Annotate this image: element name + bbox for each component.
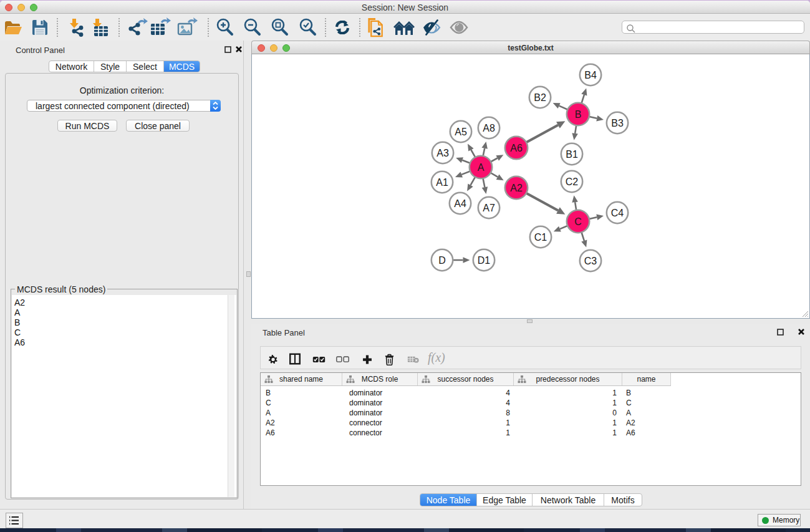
svg-text:C4: C4 xyxy=(611,208,624,218)
svg-text:A1: A1 xyxy=(436,177,448,188)
svg-text:C2: C2 xyxy=(566,177,579,187)
svg-text:B3: B3 xyxy=(611,118,624,128)
svg-text:D: D xyxy=(438,255,446,266)
svg-text:A7: A7 xyxy=(483,203,495,213)
svg-text:D1: D1 xyxy=(478,255,491,266)
svg-text:B2: B2 xyxy=(534,92,546,103)
svg-text:A5: A5 xyxy=(455,127,467,137)
svg-text:A: A xyxy=(478,162,485,173)
svg-text:A8: A8 xyxy=(483,123,495,133)
svg-text:A3: A3 xyxy=(436,148,449,158)
svg-text:A4: A4 xyxy=(454,198,466,209)
svg-text:A6: A6 xyxy=(510,143,523,153)
svg-text:A2: A2 xyxy=(510,183,523,193)
svg-text:C3: C3 xyxy=(584,256,597,266)
svg-text:C1: C1 xyxy=(534,232,547,243)
svg-text:C: C xyxy=(574,216,582,227)
svg-text:B4: B4 xyxy=(584,70,597,80)
svg-text:B: B xyxy=(575,109,582,120)
svg-text:B1: B1 xyxy=(566,149,578,160)
